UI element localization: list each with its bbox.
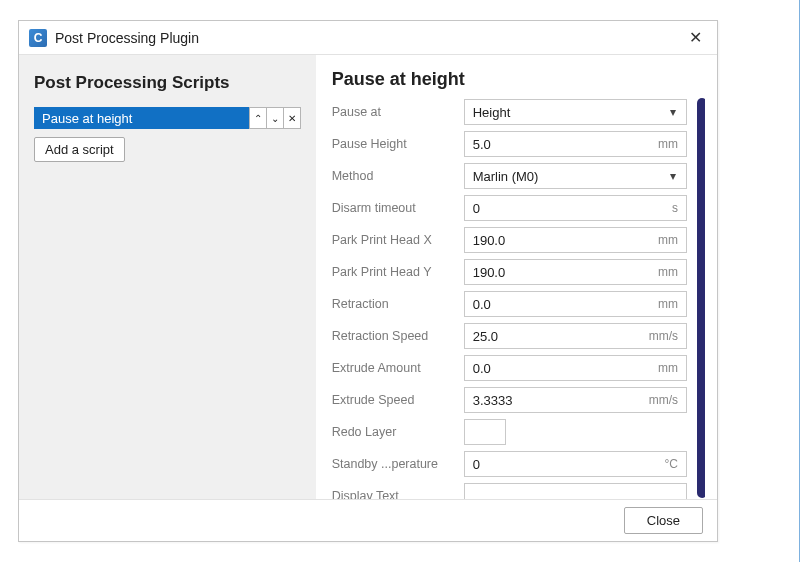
setting-control[interactable]: mm [464,355,687,381]
cura-app-icon: C [29,29,47,47]
setting-label: Retraction Speed [332,329,460,343]
setting-row: Pause Heightmm [332,128,687,160]
post-processing-dialog: C Post Processing Plugin ✕ Post Processi… [18,20,718,542]
setting-row: Park Print Head Ymm [332,256,687,288]
setting-row: Extrude Speedmm/s [332,384,687,416]
setting-control[interactable] [464,419,506,445]
setting-control[interactable]: mm/s [464,323,687,349]
setting-label: Park Print Head Y [332,265,460,279]
scripts-panel-title: Post Processing Scripts [34,73,301,93]
scripts-panel: Post Processing Scripts Pause at height … [19,55,316,499]
move-up-button[interactable]: ⌃ [249,107,267,129]
remove-script-button[interactable]: ✕ [283,107,301,129]
setting-label: Standby ...perature [332,457,460,471]
setting-control[interactable]: mm [464,259,687,285]
move-down-button[interactable]: ⌄ [266,107,284,129]
setting-control[interactable]: Marlin (M0)▾ [464,163,687,189]
setting-input[interactable] [465,388,649,412]
setting-input[interactable] [465,260,658,284]
setting-input[interactable] [465,196,672,220]
setting-control[interactable]: Height▾ [464,99,687,125]
setting-row: Retraction Speedmm/s [332,320,687,352]
setting-row: Pause atHeight▾ [332,96,687,128]
setting-dropdown-value[interactable]: Marlin (M0) [465,164,660,188]
setting-control[interactable]: mm [464,131,687,157]
setting-input[interactable] [465,452,665,476]
setting-row: Redo Layer [332,416,687,448]
setting-unit: mm [658,265,686,279]
setting-control[interactable] [464,483,687,499]
setting-input[interactable] [465,484,686,499]
script-list-item[interactable]: Pause at height ⌃ ⌄ ✕ [34,107,301,129]
setting-unit: s [672,201,686,215]
settings-panel: Pause at height Pause atHeight▾Pause Hei… [316,55,717,499]
setting-row: Display Text [332,480,687,499]
setting-row: Extrude Amountmm [332,352,687,384]
setting-unit: mm [658,137,686,151]
setting-label: Disarm timeout [332,201,460,215]
setting-row: MethodMarlin (M0)▾ [332,160,687,192]
setting-label: Extrude Amount [332,361,460,375]
setting-label: Pause Height [332,137,460,151]
setting-unit: mm [658,233,686,247]
setting-input[interactable] [465,324,649,348]
close-icon[interactable]: ✕ [683,26,707,50]
setting-unit: °C [665,457,686,471]
settings-scrollbar[interactable] [697,98,705,498]
setting-label: Park Print Head X [332,233,460,247]
setting-control[interactable]: mm [464,227,687,253]
setting-control[interactable]: °C [464,451,687,477]
chevron-down-icon[interactable]: ▾ [660,169,686,183]
script-item-label[interactable]: Pause at height [34,107,250,129]
setting-row: Disarm timeouts [332,192,687,224]
settings-panel-title: Pause at height [332,69,705,90]
setting-unit: mm [658,297,686,311]
setting-unit: mm/s [649,393,686,407]
setting-control[interactable]: s [464,195,687,221]
setting-control[interactable]: mm/s [464,387,687,413]
setting-input[interactable] [465,132,658,156]
setting-row: Standby ...perature°C [332,448,687,480]
setting-input[interactable] [465,420,649,444]
setting-row: Park Print Head Xmm [332,224,687,256]
setting-input[interactable] [465,356,658,380]
setting-unit: mm [658,361,686,375]
chevron-down-icon[interactable]: ▾ [660,105,686,119]
setting-input[interactable] [465,292,658,316]
setting-label: Redo Layer [332,425,460,439]
dialog-title: Post Processing Plugin [55,30,199,46]
setting-dropdown-value[interactable]: Height [465,100,660,124]
close-button[interactable]: Close [624,507,703,534]
setting-label: Extrude Speed [332,393,460,407]
setting-input[interactable] [465,228,658,252]
setting-label: Method [332,169,460,183]
dialog-footer: Close [19,499,717,541]
setting-row: Retractionmm [332,288,687,320]
settings-scroll-area: Pause atHeight▾Pause HeightmmMethodMarli… [332,96,705,499]
setting-label: Retraction [332,297,460,311]
dialog-titlebar: C Post Processing Plugin ✕ [19,21,717,55]
add-script-button[interactable]: Add a script [34,137,125,162]
setting-unit: mm/s [649,329,686,343]
dialog-content: Post Processing Scripts Pause at height … [19,55,717,499]
setting-control[interactable]: mm [464,291,687,317]
setting-label: Pause at [332,105,460,119]
setting-label: Display Text [332,489,460,499]
